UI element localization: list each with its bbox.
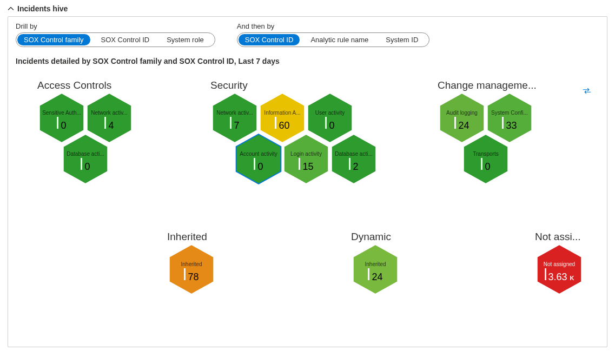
hex-number: 33: [506, 120, 517, 131]
hex-bar-indicator: [254, 158, 255, 170]
hex-label: Audit logging: [446, 110, 478, 116]
hex-cell[interactable]: Login activity15: [282, 135, 330, 183]
hex-label: Account activity: [240, 151, 277, 157]
hex-bar-indicator: [481, 158, 482, 170]
hex-cell[interactable]: Database acti...2: [329, 135, 378, 183]
hex-bar-indicator: [57, 117, 58, 129]
hex-group: Network activ...7Information A...60User …: [210, 94, 402, 192]
hex-label: Network activ...: [91, 110, 128, 116]
hex-cell[interactable]: Sensitive Auth...0: [37, 94, 86, 142]
hex-label: Network activ...: [216, 110, 253, 116]
cluster-title: Security: [210, 80, 402, 91]
drill-secondary-option[interactable]: Analytic rule name: [304, 34, 375, 45]
hex-label: Inherited: [181, 261, 202, 267]
hex-number: 78: [188, 272, 199, 283]
hex-cell[interactable]: Network activ...7: [210, 94, 259, 142]
hex-cell[interactable]: Network activ...4: [85, 94, 134, 142]
cluster: InheritedInherited78: [167, 231, 263, 302]
hex-value: 78: [184, 268, 199, 283]
hex-number: 0: [257, 161, 263, 173]
drill-secondary-option[interactable]: SOX Control ID: [239, 34, 300, 45]
then-by-label: And then by: [237, 22, 430, 30]
chevron-up-icon: [8, 5, 14, 12]
hex-number: 15: [302, 161, 313, 173]
hex-bar-indicator: [275, 117, 276, 129]
hex-cell[interactable]: Transports0: [461, 135, 510, 183]
drill-primary-group: Drill by SOX Control familySOX Control I…: [16, 22, 215, 47]
drill-primary-option[interactable]: SOX Control ID: [95, 34, 156, 45]
drill-secondary-option[interactable]: System ID: [379, 34, 425, 45]
hex-value: 15: [299, 158, 313, 173]
hex-group: Audit logging24System Confi...33Transpor…: [438, 94, 581, 192]
hex-value: 0: [57, 117, 66, 131]
drill-primary-option[interactable]: System role: [160, 34, 210, 45]
section-header[interactable]: Incidents hive: [0, 0, 615, 16]
subtitle: Incidents detailed by SOX Control family…: [16, 57, 599, 65]
hex-value: 24: [368, 268, 382, 283]
hex-number: 4: [108, 120, 114, 131]
hex-cell[interactable]: Audit logging24: [438, 94, 486, 142]
cluster: SecurityNetwork activ...7Information A..…: [210, 80, 402, 192]
hex-number: 2: [353, 161, 358, 173]
hex-number: 0: [329, 120, 334, 131]
hex-label: Transports: [473, 151, 498, 157]
hex-bar-indicator: [81, 158, 82, 170]
cluster-title: Dynamic: [351, 231, 447, 243]
hex-label: User activity: [315, 110, 345, 116]
hex-number: 0: [485, 161, 490, 173]
drill-primary-option[interactable]: SOX Control family: [17, 34, 90, 45]
hex-label: Not assigned: [544, 261, 575, 267]
hex-number: 24: [458, 120, 469, 131]
hex-group: Sensitive Auth...0Network activ...4Datab…: [37, 94, 181, 192]
hex-number: 24: [372, 272, 382, 283]
hex-bar-indicator: [349, 158, 351, 170]
cluster-title: Not assi...: [535, 231, 615, 243]
cluster: Access ControlsSensitive Auth...0Network…: [37, 80, 181, 192]
hex-cell[interactable]: Inherited24: [351, 245, 400, 294]
drill-primary-pillbar: SOX Control familySOX Control IDSystem r…: [16, 32, 215, 47]
hex-cell[interactable]: System Confi...33: [485, 94, 534, 142]
hex-value: 0: [325, 117, 334, 131]
hex-label: Information A...: [264, 110, 300, 116]
hex-bar-indicator: [368, 268, 369, 280]
hex-value: 0: [81, 158, 90, 173]
hex-bar-indicator: [545, 268, 546, 280]
hex-cell[interactable]: Inherited78: [167, 245, 216, 294]
hex-bar-indicator: [104, 117, 106, 129]
hex-number: 3.63: [548, 272, 567, 283]
hex-group: Not assigned3.63K: [535, 245, 615, 302]
hex-value: 60: [275, 117, 289, 131]
drill-secondary-pillbar: SOX Control IDAnalytic rule nameSystem I…: [237, 32, 430, 47]
hex-value: 2: [349, 158, 358, 173]
hex-cell[interactable]: Account activity0: [234, 135, 283, 183]
hex-suffix: K: [570, 275, 574, 281]
hex-value: 0: [254, 158, 263, 173]
hex-bar-indicator: [299, 158, 300, 170]
panel: Drill by SOX Control familySOX Control I…: [8, 16, 607, 347]
drill-row: Drill by SOX Control familySOX Control I…: [16, 22, 599, 47]
cluster: DynamicInherited24: [351, 231, 447, 302]
hex-cell[interactable]: Information A...60: [258, 94, 307, 142]
hex-bar-indicator: [325, 117, 327, 129]
hex-number: 0: [84, 161, 90, 173]
hex-cell[interactable]: User activity0: [306, 94, 354, 142]
hex-group: Inherited78: [167, 245, 263, 302]
hex-number: 0: [61, 120, 66, 131]
hex-value: 33: [502, 117, 517, 131]
hex-label: Database acti...: [67, 151, 104, 157]
hex-value: 7: [230, 117, 239, 131]
drill-by-label: Drill by: [16, 22, 215, 30]
cluster-title: Inherited: [167, 231, 263, 243]
hex-bar-indicator: [184, 268, 186, 280]
hex-value: 3.63K: [545, 268, 574, 283]
hive-area: Access ControlsSensitive Auth...0Network…: [16, 80, 599, 339]
hex-label: Database acti...: [335, 151, 372, 157]
hex-cell[interactable]: Database acti...0: [61, 135, 110, 183]
hex-label: Sensitive Auth...: [42, 110, 81, 116]
hex-bar-indicator: [454, 117, 456, 129]
hex-value: 0: [481, 158, 490, 173]
hex-number: 60: [279, 120, 289, 131]
cluster: Change manageme...Audit logging24System …: [438, 80, 581, 192]
hex-bar-indicator: [230, 117, 232, 129]
hex-cell[interactable]: Not assigned3.63K: [535, 245, 584, 294]
